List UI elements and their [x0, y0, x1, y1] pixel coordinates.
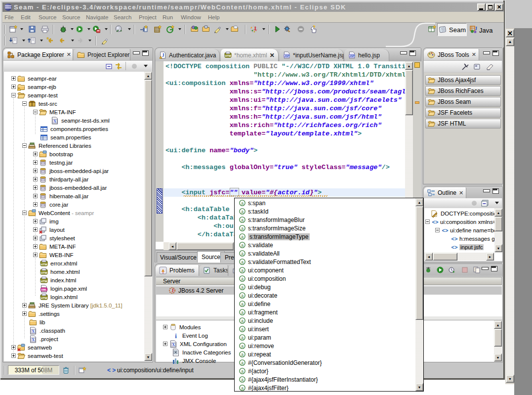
svg-text:J: J [475, 26, 477, 31]
svg-text:J: J [171, 288, 174, 293]
svg-text:J: J [253, 25, 256, 31]
